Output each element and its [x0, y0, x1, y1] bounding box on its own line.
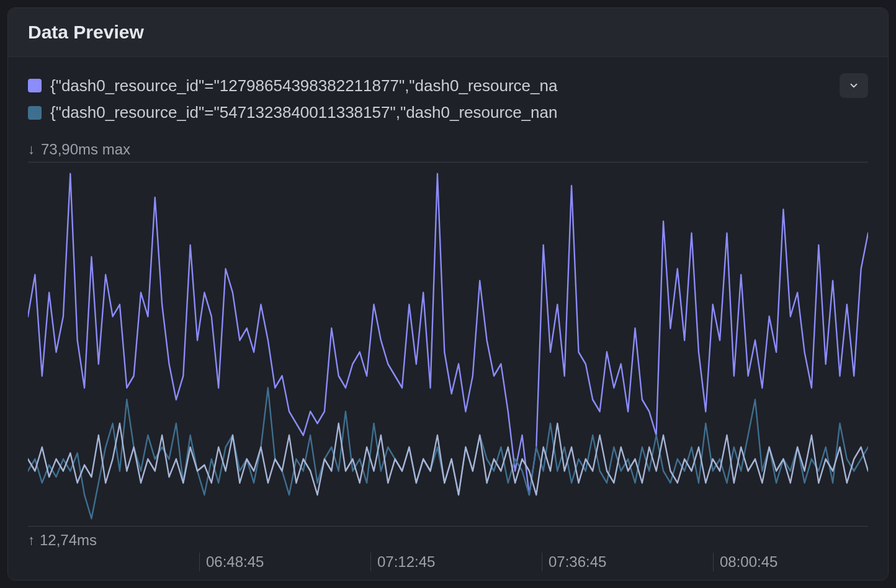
y-axis-min: ↑ 12,74ms: [28, 526, 868, 553]
y-max-label: 73,90ms max: [41, 141, 130, 158]
x-tick: 07:12:45: [370, 553, 435, 571]
legend-item[interactable]: {"dash0_resource_id"="127986543983822118…: [28, 73, 868, 98]
x-tick: 08:00:45: [713, 553, 777, 571]
legend: {"dash0_resource_id"="127986543983822118…: [8, 57, 888, 132]
legend-label: {"dash0_resource_id"="547132384001133815…: [50, 103, 868, 122]
arrow-down-icon: ↓: [28, 141, 35, 158]
y-axis-max: ↓ 73,90ms max: [28, 138, 868, 163]
y-min-label: 12,74ms: [40, 532, 97, 549]
legend-item[interactable]: {"dash0_resource_id"="547132384001133815…: [28, 103, 868, 122]
legend-swatch: [28, 79, 42, 92]
legend-swatch: [28, 106, 42, 120]
legend-label: {"dash0_resource_id"="127986543983822118…: [50, 76, 831, 96]
chevron-down-icon: [848, 80, 859, 91]
arrow-up-icon: ↑: [28, 532, 35, 548]
legend-expand-button[interactable]: [840, 73, 868, 98]
chart-area[interactable]: [28, 163, 868, 526]
panel-title: Data Preview: [28, 22, 868, 43]
x-tick: 07:36:45: [542, 553, 606, 571]
panel-header: Data Preview: [8, 8, 888, 57]
line-chart: [28, 163, 868, 526]
data-preview-panel: Data Preview {"dash0_resource_id"="12798…: [7, 7, 889, 581]
x-axis: 06:48:4507:12:4507:36:4508:00:45: [8, 553, 888, 580]
x-tick: 06:48:45: [199, 553, 264, 571]
